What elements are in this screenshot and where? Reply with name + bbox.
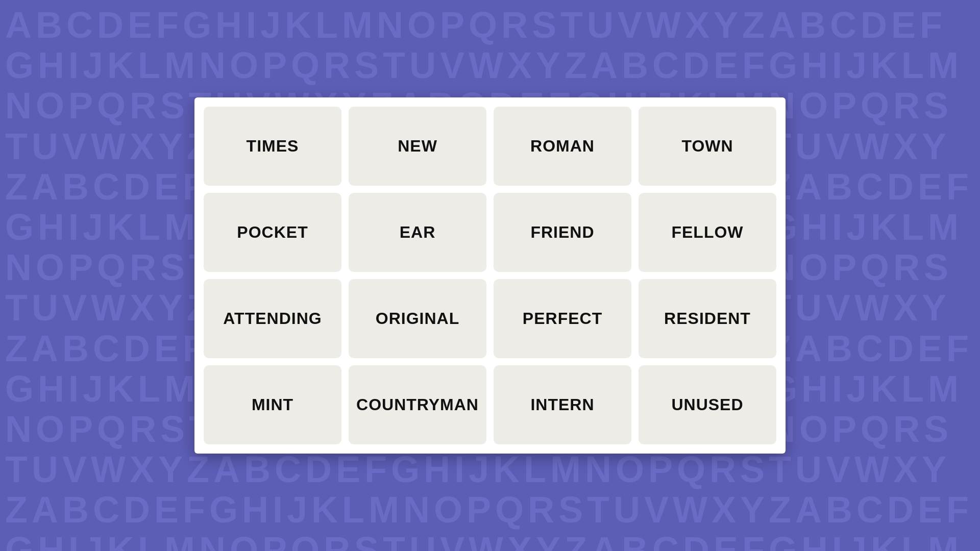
word-label-countryman: COUNTRYMAN [356,395,479,414]
word-label-pocket: POCKET [237,223,308,242]
word-card-perfect[interactable]: PERFECT [494,279,631,358]
word-card-intern[interactable]: INTERN [494,365,631,444]
word-card-countryman[interactable]: COUNTRYMAN [349,365,486,444]
word-label-fellow: FELLOW [671,223,743,242]
word-label-unused: UNUSED [671,395,743,414]
word-card-ear[interactable]: EAR [349,193,486,272]
word-label-mint: MINT [252,395,293,414]
word-card-mint[interactable]: MINT [204,365,341,444]
word-label-perfect: PERFECT [523,309,602,328]
word-label-resident: RESIDENT [664,309,751,328]
word-card-original[interactable]: ORIGINAL [349,279,486,358]
word-label-new: NEW [398,137,437,156]
word-grid: TIMESNEWROMANTOWNPOCKETEARFRIENDFELLOWAT… [194,97,786,454]
word-card-town[interactable]: TOWN [639,107,776,186]
word-label-attending: ATTENDING [223,309,322,328]
word-card-times[interactable]: TIMES [204,107,341,186]
word-card-new[interactable]: NEW [349,107,486,186]
word-label-ear: EAR [400,223,436,242]
word-label-intern: INTERN [530,395,594,414]
word-card-fellow[interactable]: FELLOW [639,193,776,272]
word-card-resident[interactable]: RESIDENT [639,279,776,358]
word-label-friend: FRIEND [530,223,594,242]
word-label-town: TOWN [681,137,733,156]
word-card-roman[interactable]: ROMAN [494,107,631,186]
word-label-original: ORIGINAL [376,309,459,328]
word-card-unused[interactable]: UNUSED [639,365,776,444]
word-label-roman: ROMAN [530,137,595,156]
word-card-friend[interactable]: FRIEND [494,193,631,272]
word-label-times: TIMES [247,137,299,156]
word-card-pocket[interactable]: POCKET [204,193,341,272]
word-card-attending[interactable]: ATTENDING [204,279,341,358]
